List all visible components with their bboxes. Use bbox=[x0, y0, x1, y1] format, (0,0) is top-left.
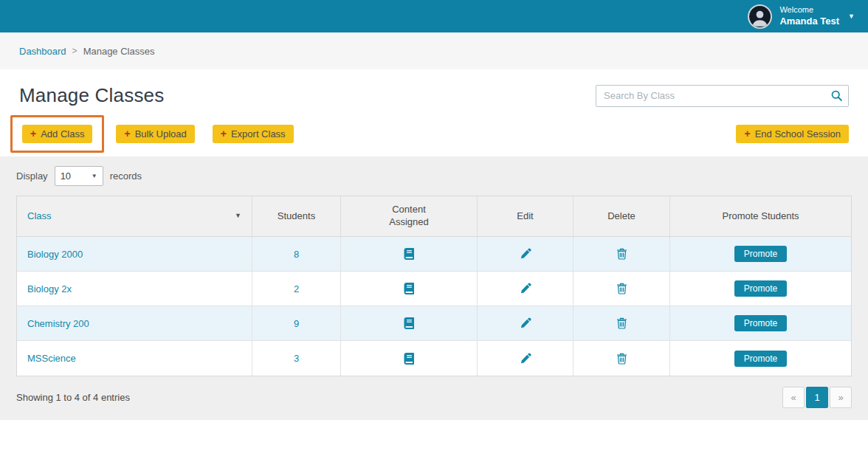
display-records-row: Display 10 ▼ records bbox=[16, 166, 852, 186]
bulk-upload-button[interactable]: + Bulk Upload bbox=[116, 125, 194, 143]
search-button[interactable] bbox=[830, 89, 843, 104]
edit-button[interactable] bbox=[518, 281, 533, 296]
chevron-down-icon[interactable]: ▼ bbox=[848, 13, 855, 20]
students-count-link[interactable]: 9 bbox=[294, 318, 299, 329]
table-section: Display 10 ▼ records Class ▼ Students Co… bbox=[0, 156, 868, 420]
table-row: Chemistry 200 9 bbox=[17, 306, 851, 341]
welcome-label: Welcome bbox=[779, 5, 839, 15]
entries-summary: Showing 1 to 4 of 4 entries bbox=[16, 392, 130, 403]
plus-icon: + bbox=[744, 128, 750, 139]
table-header-row: Class ▼ Students Content Assigned Edit D… bbox=[17, 196, 851, 237]
export-class-label: Export Class bbox=[231, 128, 286, 139]
plus-icon: + bbox=[124, 128, 130, 139]
table-row: Biology 2000 8 bbox=[17, 237, 851, 272]
book-icon bbox=[403, 248, 416, 260]
breadcrumb-separator: > bbox=[72, 46, 78, 56]
table-row: Biology 2x 2 bbox=[17, 272, 851, 306]
class-header-label: Class bbox=[27, 210, 52, 223]
person-icon bbox=[750, 7, 770, 27]
pagination-prev-button[interactable]: « bbox=[782, 387, 805, 408]
plus-icon: + bbox=[30, 128, 36, 139]
plus-icon: + bbox=[221, 128, 227, 139]
promote-button[interactable]: Promote bbox=[734, 280, 787, 297]
display-records-value: 10 bbox=[61, 170, 71, 182]
pagination: « 1 » bbox=[781, 387, 852, 408]
promote-button[interactable]: Promote bbox=[734, 246, 787, 262]
delete-button[interactable] bbox=[615, 351, 629, 366]
user-menu[interactable]: Welcome Amanda Test ▼ bbox=[748, 4, 855, 29]
sort-caret-icon: ▼ bbox=[235, 212, 241, 221]
pencil-icon bbox=[520, 248, 531, 260]
top-bar: Welcome Amanda Test ▼ bbox=[0, 0, 868, 32]
class-name-link[interactable]: Chemistry 200 bbox=[27, 318, 89, 329]
class-name-link[interactable]: Biology 2x bbox=[27, 283, 72, 294]
chevron-down-icon: ▼ bbox=[92, 173, 97, 179]
search-input[interactable] bbox=[596, 85, 849, 107]
add-class-label: Add Class bbox=[41, 128, 84, 139]
class-name-link[interactable]: MSScience bbox=[27, 353, 76, 364]
trash-icon bbox=[616, 353, 627, 365]
pencil-icon bbox=[520, 283, 531, 294]
export-class-button[interactable]: + Export Class bbox=[213, 125, 294, 143]
username-label: Amanda Test bbox=[779, 15, 839, 27]
column-header-students: Students bbox=[252, 196, 340, 237]
content-assigned-button[interactable] bbox=[402, 316, 417, 331]
promote-button[interactable]: Promote bbox=[734, 315, 787, 331]
breadcrumb: Dashboard > Manage Classes bbox=[0, 32, 868, 69]
pencil-icon bbox=[520, 317, 531, 329]
pencil-icon bbox=[520, 353, 531, 365]
column-header-edit: Edit bbox=[477, 196, 573, 237]
edit-button[interactable] bbox=[518, 246, 533, 261]
table-footer: Showing 1 to 4 of 4 entries « 1 » bbox=[16, 376, 852, 420]
title-row: Manage Classes bbox=[0, 69, 868, 114]
toolbar: + Add Class + Bulk Upload + Export Class… bbox=[0, 114, 868, 144]
search-box bbox=[596, 85, 849, 107]
breadcrumb-dashboard-link[interactable]: Dashboard bbox=[19, 46, 66, 57]
book-icon bbox=[403, 353, 416, 365]
column-header-delete: Delete bbox=[573, 196, 669, 237]
page-title: Manage Classes bbox=[19, 84, 164, 107]
end-school-session-label: End School Session bbox=[755, 128, 841, 139]
add-class-button[interactable]: + Add Class bbox=[22, 125, 92, 143]
table-row: MSScience 3 bbox=[17, 341, 851, 376]
delete-button[interactable] bbox=[615, 246, 629, 261]
classes-table: Class ▼ Students Content Assigned Edit D… bbox=[16, 196, 852, 376]
trash-icon bbox=[616, 283, 627, 294]
book-icon bbox=[403, 283, 416, 294]
trash-icon bbox=[616, 317, 627, 329]
pagination-page-1-button[interactable]: 1 bbox=[806, 387, 828, 408]
column-header-content-assigned: Content Assigned bbox=[340, 196, 477, 237]
pagination-next-button[interactable]: » bbox=[830, 387, 852, 408]
end-school-session-button[interactable]: + End School Session bbox=[736, 125, 849, 143]
bulk-upload-label: Bulk Upload bbox=[135, 128, 187, 139]
book-icon bbox=[403, 317, 416, 329]
display-records-select[interactable]: 10 ▼ bbox=[55, 166, 103, 186]
students-count-link[interactable]: 2 bbox=[294, 283, 299, 294]
edit-button[interactable] bbox=[518, 316, 533, 331]
students-count-link[interactable]: 3 bbox=[294, 353, 299, 364]
records-label: records bbox=[110, 170, 142, 182]
column-header-class[interactable]: Class ▼ bbox=[17, 196, 252, 237]
promote-button[interactable]: Promote bbox=[734, 351, 787, 367]
students-count-link[interactable]: 8 bbox=[294, 249, 299, 260]
delete-button[interactable] bbox=[615, 281, 629, 296]
edit-button[interactable] bbox=[518, 351, 533, 366]
delete-button[interactable] bbox=[615, 316, 629, 331]
search-icon bbox=[830, 89, 843, 102]
breadcrumb-current: Manage Classes bbox=[83, 46, 155, 57]
content-assigned-button[interactable] bbox=[402, 281, 417, 296]
class-name-link[interactable]: Biology 2000 bbox=[27, 249, 83, 260]
content-assigned-button[interactable] bbox=[402, 246, 417, 261]
display-label: Display bbox=[16, 170, 48, 182]
avatar bbox=[748, 4, 772, 29]
content-assigned-button[interactable] bbox=[402, 351, 417, 366]
trash-icon bbox=[616, 248, 627, 260]
column-header-promote-students: Promote Students bbox=[669, 196, 851, 237]
